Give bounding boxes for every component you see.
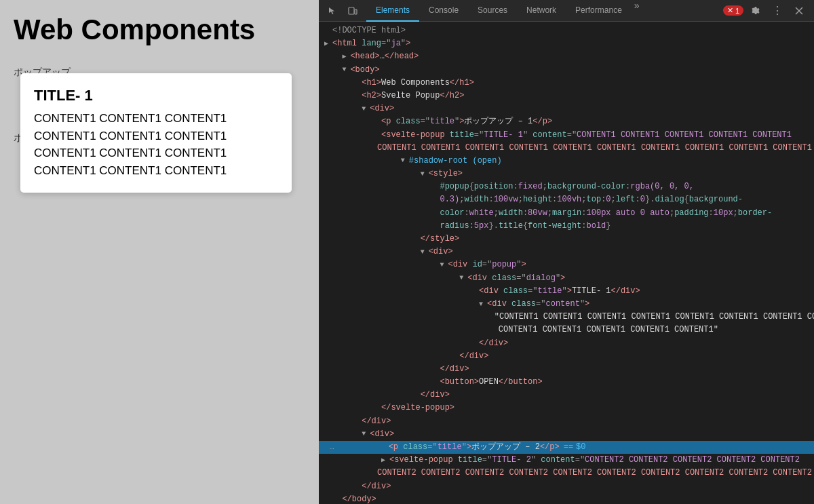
popup-overlay: TITLE- 1 CONTENT1 CONTENT1 CONTENT1 CONT…: [20, 73, 292, 193]
code-line: </body>: [319, 493, 814, 504]
selected-code-line[interactable]: … <p class="title">ポップアップ – 2</p> == $0: [319, 441, 814, 454]
error-count: 1: [735, 7, 739, 15]
devtools-html-tree[interactable]: <!DOCTYPE html> ▶ <html lang="ja"> ▶ <he…: [319, 22, 814, 504]
toolbar-right: ✕ 1 ⋮: [723, 1, 814, 20]
toolbar-icons: [319, 1, 366, 20]
devtools-tabs: Elements Console Sources Network Perform…: [366, 0, 642, 22]
more-tabs-button[interactable]: »: [632, 0, 642, 22]
close-devtools-icon[interactable]: [790, 1, 809, 20]
settings-icon[interactable]: [746, 1, 765, 20]
code-line: CONTENT1 CONTENT1 CONTENT1 CONTENT1 CONT…: [319, 324, 814, 336]
select-element-icon[interactable]: [323, 1, 342, 20]
tab-performance[interactable]: Performance: [566, 0, 632, 22]
code-line: 0.3);width:100vw;height:100vh;top:0;left…: [319, 193, 814, 206]
code-line: CONTENT1 CONTENT1 CONTENT1 CONTENT1 CONT…: [319, 142, 814, 155]
code-line: </style>: [319, 233, 814, 246]
more-options-icon[interactable]: ⋮: [768, 1, 787, 20]
webpage-preview: Web Components TITLE- 1 CONTENT1 CONTENT…: [0, 0, 319, 504]
error-badge: ✕ 1: [723, 5, 743, 16]
code-line: ▼ <style>: [319, 168, 814, 180]
code-line: ▼ <div>: [319, 246, 814, 258]
code-line: CONTENT2 CONTENT2 CONTENT2 CONTENT2 CONT…: [319, 467, 814, 480]
code-line: ▼ <div id="popup">: [319, 258, 814, 271]
code-line: </div>: [319, 337, 814, 350]
tab-console[interactable]: Console: [419, 0, 468, 22]
svg-rect-1: [355, 9, 357, 14]
svg-rect-0: [349, 7, 354, 14]
code-line: </div>: [319, 480, 814, 493]
code-line: ▶ <svelte-popup title="TITLE- 2" content…: [319, 454, 814, 467]
tab-elements[interactable]: Elements: [366, 0, 419, 22]
code-line: <h1>Web Components</h1>: [319, 77, 814, 90]
error-x: ✕: [727, 6, 733, 15]
code-line: <h2>Svelte Popup</h2>: [319, 90, 814, 102]
code-line: </div>: [319, 389, 814, 402]
code-line: <div class="title">TITLE- 1</div>: [319, 285, 814, 298]
device-toolbar-icon[interactable]: [343, 1, 362, 20]
code-line: </svelte-popup>: [319, 402, 814, 414]
code-line: </div>: [319, 415, 814, 428]
popup-title: TITLE- 1: [34, 87, 278, 104]
code-line: <p class="title">ポップアップ – 1</p>: [319, 115, 814, 128]
expand-dots[interactable]: …: [324, 442, 340, 454]
tab-network[interactable]: Network: [517, 0, 566, 22]
code-line: </div>: [319, 350, 814, 363]
code-line: ▼ <body>: [319, 64, 814, 77]
code-line: <!DOCTYPE html>: [319, 24, 814, 37]
code-line: color:white;width:80vw;margin:100px auto…: [319, 207, 814, 220]
page-title: Web Components: [0, 0, 319, 53]
code-line: ▼ <div>: [319, 102, 814, 115]
tab-sources[interactable]: Sources: [468, 0, 517, 22]
code-line: "CONTENT1 CONTENT1 CONTENT1 CONTENT1 CON…: [319, 311, 814, 324]
code-line: <svelte-popup title="TITLE- 1" content="…: [319, 129, 814, 142]
code-line: #popup{position:fixed;background-color:r…: [319, 180, 814, 193]
code-line: ▼ <div class="dialog">: [319, 272, 814, 285]
code-line: ▶ <head>…</head>: [319, 50, 814, 63]
code-line: radius:5px}.title{font-weight:bold}: [319, 220, 814, 233]
code-line: ▼ #shadow-root (open): [319, 155, 814, 168]
code-line: ▶ <html lang="ja">: [319, 37, 814, 50]
devtools-panel: Elements Console Sources Network Perform…: [319, 0, 814, 504]
popup-content: CONTENT1 CONTENT1 CONTENT1 CONTENT1 CONT…: [34, 110, 278, 179]
code-line: </div>: [319, 363, 814, 376]
code-line: ▼ <div class="content">: [319, 298, 814, 311]
devtools-toolbar: Elements Console Sources Network Perform…: [319, 0, 814, 22]
code-line: <button>OPEN</button>: [319, 376, 814, 389]
code-line: ▼ <div>: [319, 428, 814, 441]
